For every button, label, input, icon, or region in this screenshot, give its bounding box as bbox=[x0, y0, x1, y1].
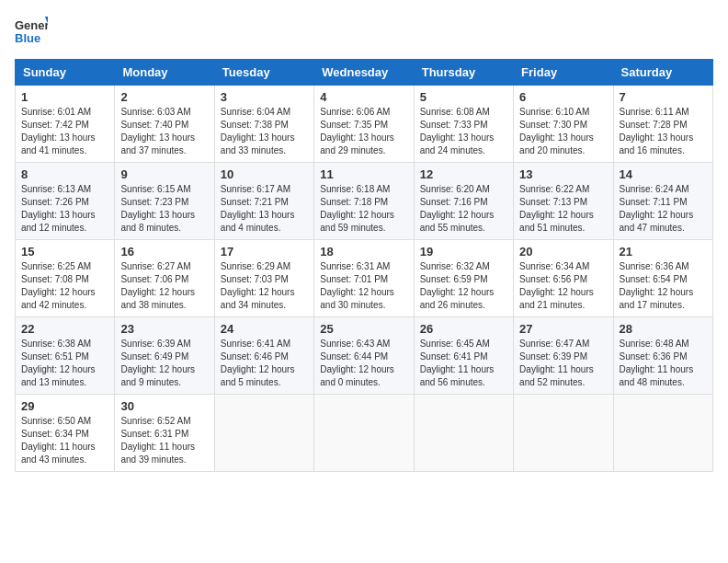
calendar-cell: 15Sunrise: 6:25 AM Sunset: 7:08 PM Dayli… bbox=[16, 240, 115, 317]
day-info: Sunrise: 6:41 AM Sunset: 6:46 PM Dayligh… bbox=[221, 338, 308, 389]
calendar-cell: 7Sunrise: 6:11 AM Sunset: 7:28 PM Daylig… bbox=[613, 86, 712, 163]
calendar-cell: 17Sunrise: 6:29 AM Sunset: 7:03 PM Dayli… bbox=[214, 240, 313, 317]
day-info: Sunrise: 6:38 AM Sunset: 6:51 PM Dayligh… bbox=[21, 338, 108, 389]
day-number: 5 bbox=[420, 90, 507, 104]
weekday-header-cell: Thursday bbox=[414, 60, 513, 86]
day-number: 14 bbox=[620, 167, 707, 181]
day-info: Sunrise: 6:39 AM Sunset: 6:49 PM Dayligh… bbox=[120, 338, 208, 389]
day-number: 12 bbox=[420, 167, 507, 181]
day-number: 18 bbox=[320, 245, 407, 259]
weekday-header-row: SundayMondayTuesdayWednesdayThursdayFrid… bbox=[16, 60, 713, 86]
day-number: 22 bbox=[21, 322, 108, 336]
day-number: 25 bbox=[320, 322, 407, 336]
day-number: 20 bbox=[519, 245, 607, 259]
day-info: Sunrise: 6:25 AM Sunset: 7:08 PM Dayligh… bbox=[21, 260, 108, 312]
calendar-cell: 18Sunrise: 6:31 AM Sunset: 7:01 PM Dayli… bbox=[314, 240, 414, 317]
calendar-cell: 16Sunrise: 6:27 AM Sunset: 7:06 PM Dayli… bbox=[115, 240, 214, 317]
calendar-cell: 9Sunrise: 6:15 AM Sunset: 7:23 PM Daylig… bbox=[115, 163, 214, 240]
day-info: Sunrise: 6:18 AM Sunset: 7:18 PM Dayligh… bbox=[320, 183, 407, 235]
day-info: Sunrise: 6:27 AM Sunset: 7:06 PM Dayligh… bbox=[120, 260, 208, 312]
day-info: Sunrise: 6:17 AM Sunset: 7:21 PM Dayligh… bbox=[221, 183, 308, 235]
weekday-header-cell: Sunday bbox=[16, 60, 115, 86]
weekday-header-cell: Tuesday bbox=[214, 60, 313, 86]
day-number: 17 bbox=[221, 245, 308, 259]
weekday-header-cell: Wednesday bbox=[314, 60, 414, 86]
day-info: Sunrise: 6:52 AM Sunset: 6:31 PM Dayligh… bbox=[120, 415, 208, 466]
day-number: 4 bbox=[320, 90, 407, 104]
day-number: 27 bbox=[519, 322, 607, 336]
calendar-cell: 4Sunrise: 6:06 AM Sunset: 7:35 PM Daylig… bbox=[314, 86, 414, 163]
day-info: Sunrise: 6:45 AM Sunset: 6:41 PM Dayligh… bbox=[420, 338, 507, 389]
day-number: 30 bbox=[120, 399, 208, 413]
svg-text:General: General bbox=[15, 18, 48, 32]
day-number: 24 bbox=[221, 322, 308, 336]
calendar-cell: 23Sunrise: 6:39 AM Sunset: 6:49 PM Dayli… bbox=[115, 317, 214, 395]
calendar-cell: 19Sunrise: 6:32 AM Sunset: 6:59 PM Dayli… bbox=[414, 240, 513, 317]
calendar-week-row: 1Sunrise: 6:01 AM Sunset: 7:42 PM Daylig… bbox=[16, 86, 713, 163]
day-info: Sunrise: 6:24 AM Sunset: 7:11 PM Dayligh… bbox=[620, 183, 707, 235]
calendar-cell: 21Sunrise: 6:36 AM Sunset: 6:54 PM Dayli… bbox=[613, 240, 712, 317]
calendar-body: 1Sunrise: 6:01 AM Sunset: 7:42 PM Daylig… bbox=[16, 86, 713, 472]
day-info: Sunrise: 6:10 AM Sunset: 7:30 PM Dayligh… bbox=[519, 106, 607, 157]
weekday-header-cell: Saturday bbox=[613, 60, 712, 86]
day-info: Sunrise: 6:13 AM Sunset: 7:26 PM Dayligh… bbox=[21, 183, 108, 235]
calendar-cell: 13Sunrise: 6:22 AM Sunset: 7:13 PM Dayli… bbox=[514, 163, 613, 240]
calendar-cell: 1Sunrise: 6:01 AM Sunset: 7:42 PM Daylig… bbox=[16, 86, 115, 163]
day-info: Sunrise: 6:04 AM Sunset: 7:38 PM Dayligh… bbox=[221, 106, 308, 157]
day-number: 10 bbox=[221, 167, 308, 181]
day-info: Sunrise: 6:34 AM Sunset: 6:56 PM Dayligh… bbox=[519, 260, 607, 312]
calendar-cell: 24Sunrise: 6:41 AM Sunset: 6:46 PM Dayli… bbox=[214, 317, 313, 395]
calendar-cell: 27Sunrise: 6:47 AM Sunset: 6:39 PM Dayli… bbox=[514, 317, 613, 395]
calendar-cell: 28Sunrise: 6:48 AM Sunset: 6:36 PM Dayli… bbox=[613, 317, 712, 395]
day-number: 1 bbox=[21, 90, 108, 104]
day-info: Sunrise: 6:48 AM Sunset: 6:36 PM Dayligh… bbox=[620, 338, 707, 389]
weekday-header-cell: Monday bbox=[115, 60, 214, 86]
svg-text:Blue: Blue bbox=[15, 31, 40, 45]
calendar-cell: 6Sunrise: 6:10 AM Sunset: 7:30 PM Daylig… bbox=[514, 86, 613, 163]
day-number: 23 bbox=[120, 322, 208, 336]
day-number: 2 bbox=[120, 90, 208, 104]
day-number: 29 bbox=[21, 399, 108, 413]
day-info: Sunrise: 6:29 AM Sunset: 7:03 PM Dayligh… bbox=[221, 260, 308, 312]
day-info: Sunrise: 6:50 AM Sunset: 6:34 PM Dayligh… bbox=[21, 415, 108, 466]
calendar-cell: 26Sunrise: 6:45 AM Sunset: 6:41 PM Dayli… bbox=[414, 317, 513, 395]
calendar-cell: 30Sunrise: 6:52 AM Sunset: 6:31 PM Dayli… bbox=[115, 395, 214, 472]
calendar-week-row: 8Sunrise: 6:13 AM Sunset: 7:26 PM Daylig… bbox=[16, 163, 713, 240]
day-number: 9 bbox=[120, 167, 208, 181]
calendar-cell bbox=[214, 395, 313, 472]
calendar-cell: 10Sunrise: 6:17 AM Sunset: 7:21 PM Dayli… bbox=[214, 163, 313, 240]
calendar-cell: 5Sunrise: 6:08 AM Sunset: 7:33 PM Daylig… bbox=[414, 86, 513, 163]
day-number: 28 bbox=[620, 322, 707, 336]
day-number: 7 bbox=[620, 90, 707, 104]
logo: General Blue bbox=[15, 15, 48, 48]
day-number: 19 bbox=[420, 245, 507, 259]
calendar-cell: 8Sunrise: 6:13 AM Sunset: 7:26 PM Daylig… bbox=[16, 163, 115, 240]
weekday-header-cell: Friday bbox=[514, 60, 613, 86]
day-info: Sunrise: 6:31 AM Sunset: 7:01 PM Dayligh… bbox=[320, 260, 407, 312]
calendar-table: SundayMondayTuesdayWednesdayThursdayFrid… bbox=[15, 59, 713, 472]
day-info: Sunrise: 6:20 AM Sunset: 7:16 PM Dayligh… bbox=[420, 183, 507, 235]
day-info: Sunrise: 6:43 AM Sunset: 6:44 PM Dayligh… bbox=[320, 338, 407, 389]
day-info: Sunrise: 6:08 AM Sunset: 7:33 PM Dayligh… bbox=[420, 106, 507, 157]
day-info: Sunrise: 6:06 AM Sunset: 7:35 PM Dayligh… bbox=[320, 106, 407, 157]
calendar-cell: 20Sunrise: 6:34 AM Sunset: 6:56 PM Dayli… bbox=[514, 240, 613, 317]
day-info: Sunrise: 6:36 AM Sunset: 6:54 PM Dayligh… bbox=[620, 260, 707, 312]
calendar-week-row: 22Sunrise: 6:38 AM Sunset: 6:51 PM Dayli… bbox=[16, 317, 713, 395]
calendar-cell bbox=[613, 395, 712, 472]
calendar-cell bbox=[314, 395, 414, 472]
calendar-cell: 29Sunrise: 6:50 AM Sunset: 6:34 PM Dayli… bbox=[16, 395, 115, 472]
calendar-cell: 22Sunrise: 6:38 AM Sunset: 6:51 PM Dayli… bbox=[16, 317, 115, 395]
calendar-week-row: 15Sunrise: 6:25 AM Sunset: 7:08 PM Dayli… bbox=[16, 240, 713, 317]
day-number: 6 bbox=[519, 90, 607, 104]
calendar-cell bbox=[514, 395, 613, 472]
calendar-cell: 25Sunrise: 6:43 AM Sunset: 6:44 PM Dayli… bbox=[314, 317, 414, 395]
day-number: 26 bbox=[420, 322, 507, 336]
logo-svg: General Blue bbox=[15, 15, 48, 48]
day-number: 3 bbox=[221, 90, 308, 104]
day-number: 16 bbox=[120, 245, 208, 259]
calendar-cell: 12Sunrise: 6:20 AM Sunset: 7:16 PM Dayli… bbox=[414, 163, 513, 240]
day-number: 11 bbox=[320, 167, 407, 181]
calendar-cell: 3Sunrise: 6:04 AM Sunset: 7:38 PM Daylig… bbox=[214, 86, 313, 163]
day-info: Sunrise: 6:32 AM Sunset: 6:59 PM Dayligh… bbox=[420, 260, 507, 312]
day-number: 13 bbox=[519, 167, 607, 181]
